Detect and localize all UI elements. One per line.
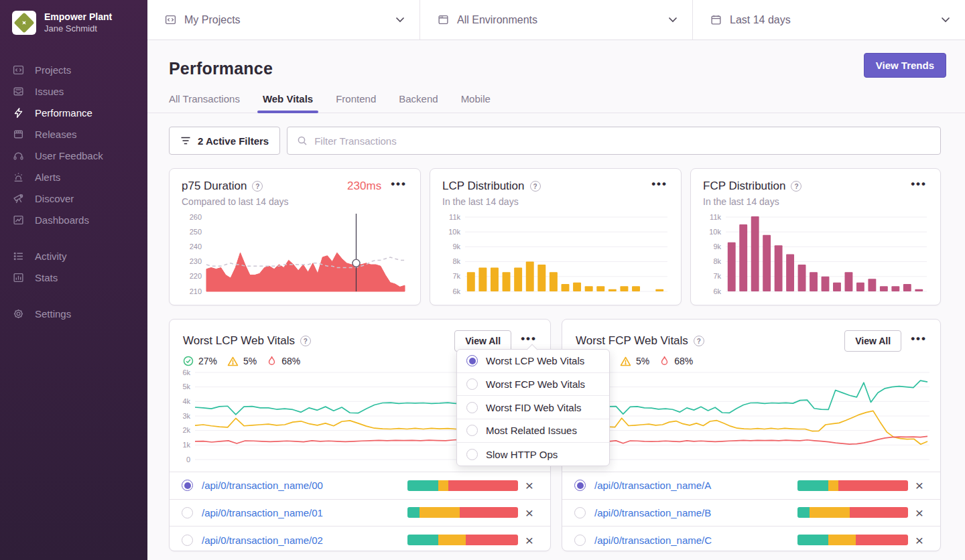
- transaction-link[interactable]: /api/0/transaction_name/C: [594, 535, 712, 546]
- close-icon[interactable]: ×: [518, 533, 541, 547]
- view-trends-button[interactable]: View Trends: [864, 53, 946, 78]
- svg-text:4k: 4k: [182, 397, 190, 405]
- page-header: Performance View Trends All Transactions…: [147, 40, 965, 113]
- view-all-button[interactable]: View All: [844, 330, 901, 352]
- tab-frontend[interactable]: Frontend: [336, 93, 376, 113]
- svg-text:6k: 6k: [182, 368, 190, 376]
- close-icon[interactable]: ×: [908, 478, 931, 492]
- page-title: Performance: [169, 59, 941, 78]
- tab-all-transactions[interactable]: All Transactions: [169, 93, 240, 113]
- card-subtitle: Compared to last 14 days: [182, 196, 408, 207]
- tab-backend[interactable]: Backend: [399, 93, 438, 113]
- close-icon[interactable]: ×: [908, 533, 931, 547]
- transaction-link[interactable]: /api/0/transaction_name/01: [202, 507, 323, 518]
- row-radio[interactable]: [182, 535, 193, 546]
- sidebar-item-label: Settings: [35, 308, 71, 320]
- more-options-icon[interactable]: •••: [387, 180, 408, 193]
- row-radio[interactable]: [574, 507, 586, 518]
- menu-item-worst-fid[interactable]: Worst FID Web Vitals: [457, 396, 609, 419]
- row-radio[interactable]: [574, 535, 586, 546]
- transaction-link[interactable]: /api/0/transaction_name/00: [202, 480, 323, 491]
- projects-icon: [12, 64, 24, 76]
- svg-text:11k: 11k: [449, 213, 460, 221]
- svg-text:5k: 5k: [182, 382, 190, 391]
- transaction-link[interactable]: /api/0/transaction_name/02: [202, 535, 323, 546]
- meh-percent: 5%: [243, 356, 257, 366]
- table-row: /api/0/transaction_name/A ×: [562, 472, 940, 500]
- calendar-icon: [710, 14, 722, 25]
- card-title: p75 Duration: [182, 180, 247, 193]
- active-filters-button[interactable]: 2 Active Filters: [169, 127, 280, 155]
- environment-selector[interactable]: All Environments: [420, 0, 692, 40]
- menu-item-worst-lcp[interactable]: Worst LCP Web Vitals: [457, 350, 609, 373]
- sidebar-item-releases[interactable]: Releases: [0, 123, 147, 145]
- menu-item-most-related-issues[interactable]: Most Related Issues: [457, 419, 609, 443]
- sidebar-item-label: Dashboards: [35, 214, 89, 226]
- tab-web-vitals[interactable]: Web Vitals: [263, 93, 313, 113]
- poor-percent: 68%: [281, 356, 300, 366]
- svg-text:2k: 2k: [182, 426, 190, 434]
- tab-bar: All Transactions Web Vitals Frontend Bac…: [169, 93, 941, 113]
- close-icon[interactable]: ×: [518, 478, 541, 492]
- svg-text:9k: 9k: [713, 242, 721, 251]
- close-icon[interactable]: ×: [908, 506, 931, 520]
- help-icon[interactable]: ?: [252, 181, 263, 192]
- projects-icon: [165, 14, 176, 25]
- global-filter-bar: My Projects All Environments Last 14 day…: [147, 0, 965, 40]
- vitals-bar: [797, 480, 908, 491]
- svg-text:210: 210: [190, 287, 202, 295]
- sidebar-item-alerts[interactable]: Alerts: [0, 166, 147, 188]
- sidebar-item-performance[interactable]: Performance: [0, 102, 147, 123]
- svg-text:9k: 9k: [452, 242, 460, 251]
- active-filters-label: 2 Active Filters: [198, 135, 269, 147]
- more-options-icon[interactable]: •••: [647, 180, 669, 193]
- sidebar-item-label: Projects: [35, 64, 71, 76]
- search-input[interactable]: [314, 135, 931, 147]
- menu-item-worst-fcp[interactable]: Worst FCP Web Vitals: [457, 373, 609, 397]
- sidebar-item-stats[interactable]: Stats: [0, 267, 147, 288]
- card-subtitle: In the last 14 days: [442, 196, 669, 207]
- project-selector[interactable]: My Projects: [147, 0, 420, 40]
- sidebar-item-projects[interactable]: Projects: [0, 59, 147, 80]
- help-icon[interactable]: ?: [791, 181, 801, 192]
- close-icon[interactable]: ×: [518, 506, 541, 520]
- org-switcher[interactable]: Empower Plant Jane Schmidt: [0, 11, 147, 35]
- more-options-icon[interactable]: •••: [517, 334, 538, 348]
- sidebar-item-dashboards[interactable]: Dashboards: [0, 209, 147, 230]
- sidebar-item-activity[interactable]: Activity: [0, 245, 147, 267]
- help-icon[interactable]: ?: [300, 336, 311, 346]
- org-logo-icon: [12, 11, 36, 35]
- svg-text:1k: 1k: [182, 441, 190, 449]
- transaction-link[interactable]: /api/0/transaction_name/A: [594, 480, 711, 491]
- more-options-icon[interactable]: •••: [907, 180, 928, 193]
- row-radio[interactable]: [182, 480, 193, 491]
- row-radio[interactable]: [182, 507, 193, 518]
- card-title: Worst LCP Web Vitals: [183, 334, 295, 348]
- tab-mobile[interactable]: Mobile: [461, 93, 491, 113]
- sidebar-item-user-feedback[interactable]: User Feedback: [0, 145, 147, 166]
- transaction-link[interactable]: /api/0/transaction_name/B: [594, 507, 711, 518]
- menu-item-label: Worst LCP Web Vitals: [486, 355, 584, 366]
- p75-duration-card: p75 Duration ? 230ms ••• Compared to las…: [169, 168, 421, 305]
- good-percent: 27%: [198, 356, 217, 366]
- help-icon[interactable]: ?: [694, 336, 704, 346]
- more-options-icon[interactable]: •••: [907, 334, 928, 348]
- sidebar-item-discover[interactable]: Discover: [0, 188, 147, 209]
- chevron-down-icon: [941, 17, 950, 23]
- menu-item-slow-http-ops[interactable]: Slow HTTP Ops: [457, 443, 609, 466]
- card-title: LCP Distribution: [442, 180, 525, 193]
- svg-text:230: 230: [190, 257, 202, 265]
- date-range-selector[interactable]: Last 14 days: [692, 0, 965, 40]
- sidebar-item-settings[interactable]: Settings: [0, 303, 147, 324]
- transaction-search[interactable]: [287, 127, 941, 155]
- menu-radio: [466, 425, 478, 436]
- help-icon[interactable]: ?: [530, 181, 541, 192]
- row-radio[interactable]: [574, 480, 586, 491]
- sidebar-item-issues[interactable]: Issues: [0, 80, 147, 102]
- svg-text:250: 250: [190, 228, 202, 236]
- chevron-down-icon: [395, 17, 405, 23]
- fire-icon: [659, 356, 669, 366]
- svg-text:10k: 10k: [709, 228, 721, 236]
- svg-text:7k: 7k: [452, 272, 460, 280]
- warning-triangle-icon: [620, 356, 631, 366]
